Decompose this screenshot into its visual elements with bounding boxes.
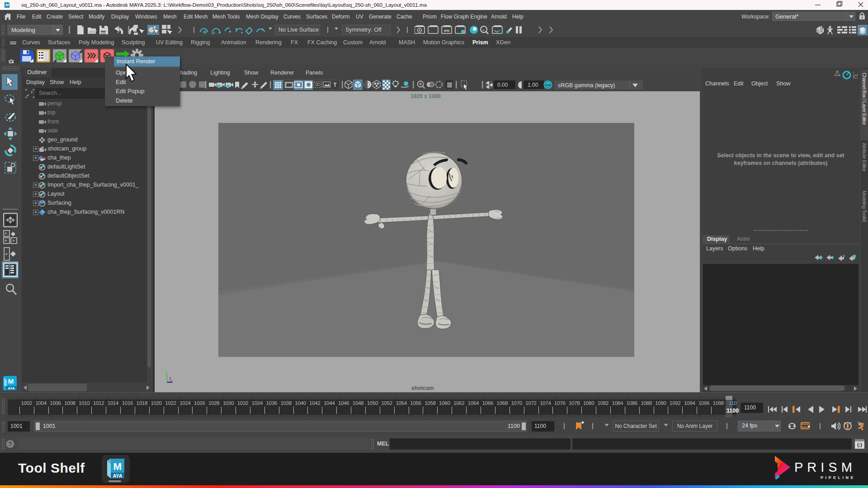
svg-text:AYA: AYA bbox=[113, 473, 122, 479]
svg-text:y: y bbox=[165, 371, 167, 375]
svg-text:x: x bbox=[482, 28, 484, 32]
svg-text:+: + bbox=[843, 254, 845, 258]
svg-text:sRGB gamma (legacy): sRGB gamma (legacy) bbox=[558, 82, 615, 89]
svg-text:+: + bbox=[5, 231, 7, 236]
svg-text:IPR: IPR bbox=[444, 29, 449, 33]
svg-text:{;}: {;} bbox=[857, 442, 862, 447]
svg-text:z: z bbox=[170, 379, 172, 384]
svg-text:+: + bbox=[5, 238, 7, 243]
svg-text:+: + bbox=[12, 238, 15, 243]
svg-text:M: M bbox=[8, 377, 14, 385]
svg-text:+: + bbox=[5, 251, 8, 257]
svg-text:0.00: 0.00 bbox=[497, 82, 508, 88]
svg-text:1.00: 1.00 bbox=[528, 82, 538, 88]
svg-text:M: M bbox=[113, 461, 122, 472]
svg-text:ON: ON bbox=[545, 83, 550, 87]
svg-text:T: T bbox=[333, 82, 337, 88]
svg-text:?: ? bbox=[9, 441, 12, 447]
svg-text:M: M bbox=[5, 3, 9, 7]
svg-text:AYA: AYA bbox=[8, 386, 15, 390]
